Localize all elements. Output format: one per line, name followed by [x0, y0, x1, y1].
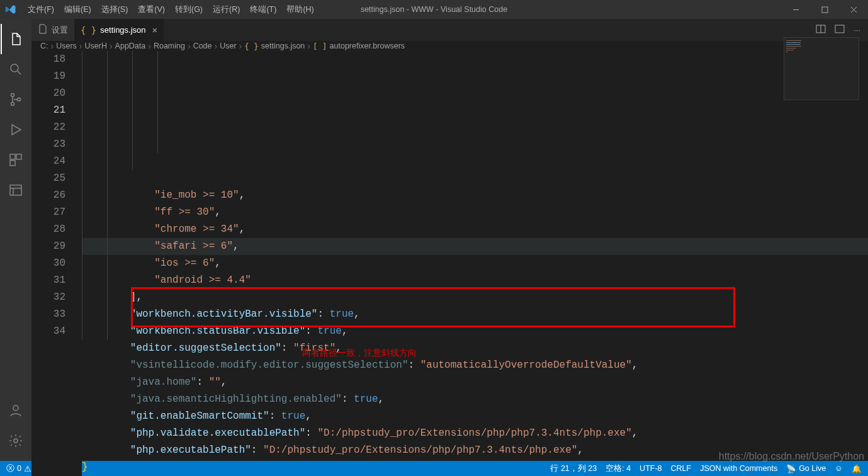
- line-number: 26: [31, 187, 65, 204]
- line-number: 20: [31, 85, 65, 102]
- breadcrumb-segment[interactable]: Roaming: [154, 42, 185, 50]
- editor[interactable]: 1819202122232425262728293031323334 两者路径一…: [31, 51, 868, 476]
- svg-rect-8: [10, 185, 21, 195]
- line-number: 24: [31, 153, 65, 170]
- line-number: 32: [31, 289, 65, 306]
- split-editor-icon[interactable]: [816, 24, 826, 36]
- svg-point-3: [11, 103, 14, 106]
- chevron-right-icon: ›: [188, 41, 191, 51]
- close-icon[interactable]: ×: [152, 25, 158, 35]
- menu-item[interactable]: 运行(R): [208, 0, 245, 19]
- annotation-text: 两者路径一致，注意斜线方向: [302, 344, 417, 361]
- svg-point-9: [13, 405, 18, 411]
- line-number: 30: [31, 255, 65, 272]
- close-button[interactable]: [839, 0, 868, 19]
- tab-label: 设置: [52, 25, 68, 36]
- menu-item[interactable]: 文件(F): [23, 0, 59, 19]
- code-line[interactable]: "php.validate.executablePath": "D:/phpst…: [82, 425, 868, 442]
- line-gutter: 1819202122232425262728293031323334: [31, 51, 82, 476]
- breadcrumb-segment[interactable]: AppData: [115, 42, 146, 50]
- more-icon[interactable]: ···: [854, 25, 860, 35]
- svg-rect-0: [822, 7, 828, 13]
- code-line[interactable]: "editor.suggestSelection": "first",: [82, 340, 868, 357]
- code-line[interactable]: "ff >= 30",: [82, 204, 868, 221]
- extensions-icon[interactable]: [1, 145, 31, 175]
- maximize-button[interactable]: [810, 0, 839, 19]
- line-number: 25: [31, 170, 65, 187]
- svg-rect-12: [835, 25, 844, 33]
- code-line[interactable]: ],: [82, 289, 868, 306]
- code-area[interactable]: 两者路径一致，注意斜线方向 "ie_mob >= 10", "ff >= 30"…: [82, 51, 868, 476]
- source-control-icon[interactable]: [1, 84, 31, 115]
- editor-tab[interactable]: { }settings.json×: [74, 19, 164, 41]
- json-icon: { }: [81, 25, 96, 35]
- svg-rect-6: [16, 154, 21, 159]
- line-number: 29: [31, 238, 65, 255]
- menu-item[interactable]: 查看(V): [133, 0, 170, 19]
- chevron-right-icon: ›: [79, 41, 82, 51]
- breadcrumb-file[interactable]: settings.json: [261, 42, 305, 50]
- run-debug-icon[interactable]: [1, 115, 31, 145]
- line-number: 18: [31, 51, 65, 68]
- menu-item[interactable]: 编辑(E): [59, 0, 96, 19]
- breadcrumb-symbol[interactable]: autoprefixer.browsers: [330, 42, 405, 50]
- warning-icon: ⚠: [24, 464, 31, 473]
- code-line[interactable]: "java.home": "",: [82, 374, 868, 391]
- settings-gear-icon[interactable]: [1, 426, 31, 456]
- window-controls: [781, 0, 868, 19]
- code-line[interactable]: "workbench.statusBar.visible": true,: [82, 323, 868, 340]
- line-number: 27: [31, 204, 65, 221]
- breadcrumb-segment[interactable]: User: [220, 42, 236, 50]
- file-icon: [38, 24, 48, 36]
- panel-icon[interactable]: [1, 175, 31, 205]
- svg-point-10: [14, 439, 18, 443]
- minimize-button[interactable]: [781, 0, 810, 19]
- explorer-icon[interactable]: [1, 24, 31, 54]
- line-number: 34: [31, 323, 65, 340]
- code-line[interactable]: "chrome >= 34",: [82, 221, 868, 238]
- tab-bar: 设置{ }settings.json× ···: [31, 19, 868, 41]
- code-line[interactable]: "safari >= 6",: [82, 238, 868, 255]
- breadcrumbs[interactable]: C:›Users›UserH›AppData›Roaming›Code›User…: [31, 41, 868, 51]
- line-number: 22: [31, 119, 65, 136]
- toggle-panel-icon[interactable]: [835, 24, 845, 36]
- breadcrumb-segment[interactable]: Code: [193, 42, 212, 50]
- menu-item[interactable]: 终端(T): [245, 0, 281, 19]
- activity-bar: [0, 19, 31, 461]
- breadcrumb-segment[interactable]: UserH: [85, 42, 107, 50]
- code-line[interactable]: "git.enableSmartCommit": true,: [82, 408, 868, 425]
- code-line[interactable]: "workbench.activityBar.visible": true,: [82, 306, 868, 323]
- menu-bar: 文件(F)编辑(E)选择(S)查看(V)转到(G)运行(R)终端(T)帮助(H): [23, 0, 319, 19]
- json-icon: { }: [244, 42, 259, 51]
- svg-rect-7: [10, 161, 15, 166]
- title-bar: 文件(F)编辑(E)选择(S)查看(V)转到(G)运行(R)终端(T)帮助(H)…: [0, 0, 868, 19]
- code-line[interactable]: "java.semanticHighlighting.enabled": tru…: [82, 391, 868, 408]
- menu-item[interactable]: 选择(S): [96, 0, 133, 19]
- svg-point-1: [11, 64, 18, 72]
- chevron-right-icon: ›: [307, 41, 310, 51]
- line-number: 23: [31, 136, 65, 153]
- watermark: https://blog.csdn.net/UserPython: [719, 451, 864, 462]
- menu-item[interactable]: 转到(G): [170, 0, 208, 19]
- svg-point-4: [18, 98, 21, 101]
- minimap[interactable]: ▬▬▬▬▬▬▬▬▬▬▬▬ ▬▬▬▬ ▬▬▬▬ ▬▬▬ ▬▬▬▬▬▬ ▬▬▬▬▬ …: [784, 37, 859, 100]
- error-icon: ⓧ: [6, 463, 14, 474]
- line-number: 21: [31, 102, 65, 119]
- menu-item[interactable]: 帮助(H): [281, 0, 318, 19]
- code-line[interactable]: "android >= 4.4": [82, 272, 868, 289]
- tab-label: settings.json: [100, 25, 145, 35]
- breadcrumb-segment[interactable]: Users: [56, 42, 77, 50]
- array-icon: [ ]: [313, 42, 327, 51]
- code-line[interactable]: "ie_mob >= 10",: [82, 187, 868, 204]
- line-number: 31: [31, 272, 65, 289]
- search-icon[interactable]: [1, 54, 31, 84]
- chevron-right-icon: ›: [148, 41, 151, 51]
- chevron-right-icon: ›: [110, 41, 113, 51]
- line-number: 19: [31, 68, 65, 85]
- breadcrumb-segment[interactable]: C:: [40, 42, 48, 50]
- line-number: 28: [31, 221, 65, 238]
- code-line[interactable]: "ios >= 6",: [82, 255, 868, 272]
- editor-tab[interactable]: 设置: [31, 19, 74, 41]
- accounts-icon[interactable]: [1, 395, 31, 426]
- code-line[interactable]: "vsintellicode.modify.editor.suggestSele…: [82, 357, 868, 374]
